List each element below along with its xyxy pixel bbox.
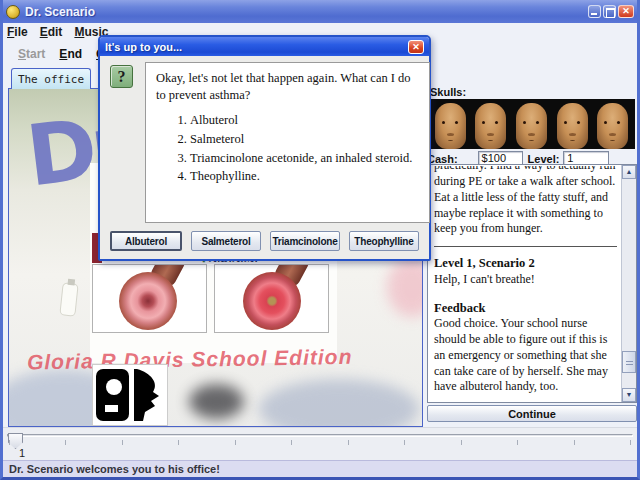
photo-legs-blob: [259, 379, 419, 427]
edition-text: Gloria R Davis School Edition: [27, 344, 423, 375]
window-title: Dr. Scenario: [25, 5, 95, 19]
dialog-option: Albuterol: [190, 112, 419, 129]
scenario-slider-zone: 1: [3, 427, 637, 460]
triamcinolone-button[interactable]: Triamcinolone: [270, 231, 340, 251]
slider-tick: [630, 440, 631, 445]
feedback-scrollbar[interactable]: ▲ ▼: [621, 165, 636, 402]
slider-tick: [404, 440, 405, 445]
status-bar: Dr. Scenario welcomes you to his office!: [3, 460, 637, 477]
dialog-button-row: Albuterol Salmeterol Triamcinolone Theop…: [110, 231, 419, 251]
skull-head: [516, 103, 547, 149]
dialog-message: Okay, let's not let that happen again. W…: [156, 70, 419, 104]
status-side-panel: Skulls: Cash: $100 Level: 1 practically.…: [425, 66, 637, 426]
slider-tick: [9, 440, 10, 445]
window-titlebar[interactable]: Dr. Scenario ✕: [0, 0, 640, 23]
maximize-button[interactable]: [603, 5, 616, 18]
dialog-titlebar[interactable]: It's up to you... ✕: [100, 37, 429, 56]
dialog-title: It's up to you...: [105, 41, 182, 53]
menu-file[interactable]: File: [7, 25, 28, 41]
dialog-message-box: Okay, let's not let that happen again. W…: [145, 62, 430, 223]
feedback-heading: Feedback: [434, 300, 617, 317]
water-bottle: [59, 282, 78, 316]
slider-tick: [574, 440, 575, 445]
menu-bar: File Edit Music: [7, 25, 108, 41]
slider-ticks: [9, 440, 631, 446]
slider-tick: [235, 440, 236, 445]
slider-tick: [291, 440, 292, 445]
text-divider: [434, 246, 617, 247]
feedback-body: Good choice. Your school nurse should be…: [434, 316, 617, 395]
dialog-option: Theophylline.: [190, 168, 419, 185]
dialog-option: Salmeterol: [190, 131, 419, 148]
scenario-line: Help, I can't breathe!: [434, 272, 617, 288]
app-window: Dr. Scenario ✕ File Edit Music Start End…: [0, 0, 640, 480]
clipped-text-line: practically. Find a way to actually run: [434, 166, 617, 174]
app-icon: [6, 5, 20, 19]
dialog-options-list: Albuterol Salmeterol Triamcinolone aceto…: [190, 112, 419, 186]
cash-label: Cash:: [427, 153, 458, 165]
skull-head: [475, 103, 506, 149]
menu-end[interactable]: End: [59, 47, 82, 63]
faces-logo-graphic: [93, 365, 167, 425]
slider-tick: [348, 440, 349, 445]
skulls-strip: [428, 99, 635, 149]
slider-tick: [65, 440, 66, 445]
albuterol-button[interactable]: Albuterol: [110, 231, 182, 251]
slider-tick: [122, 440, 123, 445]
close-button[interactable]: ✕: [618, 5, 634, 18]
minimize-button[interactable]: [588, 5, 601, 18]
bronchial-image-inflamed: [214, 264, 329, 333]
skulls-label: Skulls:: [430, 86, 466, 98]
slider-tick: [178, 440, 179, 445]
advice-feedback-pane: practically. Find a way to actually run …: [427, 164, 637, 403]
status-text: Dr. Scenario welcomes you to his office!: [9, 463, 220, 475]
question-icon: ?: [110, 65, 133, 88]
continue-button[interactable]: Continue: [427, 405, 637, 422]
photo-pink-blob: [387, 257, 423, 317]
slider-tick: [461, 440, 462, 445]
scrollbar-thumb[interactable]: [622, 351, 636, 373]
slider-min-label: 1: [19, 447, 25, 459]
level-label: Level:: [528, 153, 560, 165]
faces-logo: [92, 364, 168, 426]
photo-shoe-blob: [189, 384, 244, 419]
dialog-option: Triamcinolone acetonide, an inhaled ster…: [190, 150, 419, 167]
scroll-up-icon[interactable]: ▲: [622, 165, 636, 179]
skull-head: [597, 103, 628, 149]
its-up-to-you-dialog: It's up to you... ✕ ? Okay, let's not le…: [98, 35, 431, 261]
skull-head: [557, 103, 588, 149]
bronchial-ring-normal: [119, 272, 177, 330]
bronchial-ring-inflamed: [243, 272, 301, 330]
scroll-down-icon[interactable]: ▼: [622, 388, 636, 402]
slider-track[interactable]: [7, 434, 633, 437]
slider-tick: [517, 440, 518, 445]
bronchial-image-normal: [92, 264, 207, 333]
advice-paragraph: during PE or take a walk after school. E…: [434, 174, 617, 237]
tab-the-office[interactable]: The office: [11, 68, 91, 89]
menu-start[interactable]: Start: [18, 47, 45, 63]
dialog-close-icon[interactable]: ✕: [408, 40, 424, 54]
text-gap: [434, 288, 617, 300]
advice-feedback-text: practically. Find a way to actually run …: [428, 165, 621, 402]
menu-edit[interactable]: Edit: [40, 25, 63, 41]
salmeterol-button[interactable]: Salmeterol: [191, 231, 261, 251]
skull-head: [435, 103, 466, 149]
theophylline-button[interactable]: Theophylline: [349, 231, 419, 251]
scenario-heading: Level 1, Scenario 2: [434, 255, 617, 272]
